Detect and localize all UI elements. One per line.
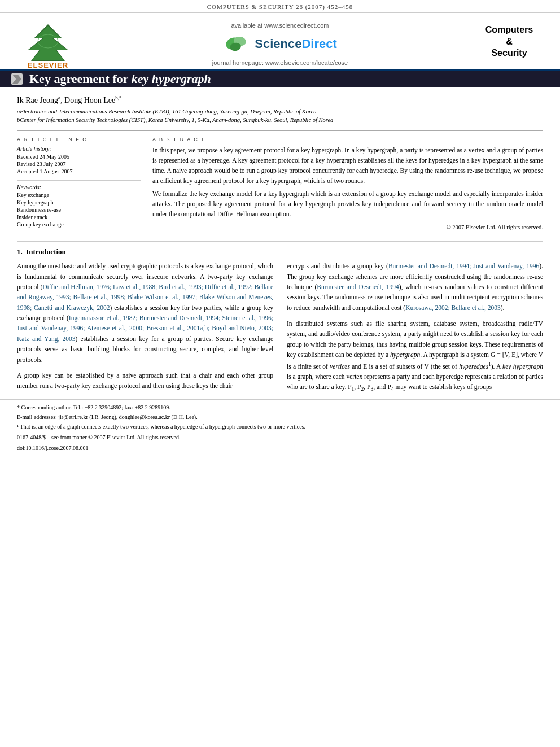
article-info-col: A R T I C L E I N F O Article history: R… <box>17 137 141 232</box>
journal-citation-bar: COMPUTERS & SECURITY 26 (2007) 452–458 <box>0 0 560 13</box>
issn-row: 0167-4048/$ – see front matter © 2007 El… <box>17 433 543 442</box>
elsevier-tree-icon <box>17 21 79 61</box>
journal-citation: COMPUTERS & SECURITY 26 (2007) 452–458 <box>207 3 353 10</box>
revised-row: Revised 23 July 2007 <box>17 161 141 167</box>
sciencedirect-icon <box>223 36 251 53</box>
section1-title: Introduction <box>26 247 66 256</box>
body-col1-para2: A group key can be established by a naiv… <box>17 370 273 391</box>
elsevier-logo-area: ELSEVIER <box>11 19 90 69</box>
ref-burmester-2[interactable]: Burmester and Desmedt, 1994 <box>317 283 399 290</box>
page: COMPUTERS & SECURITY 26 (2007) 452–458 E… <box>0 0 560 747</box>
article-title: Key agreement for key hypergraph <box>29 72 211 86</box>
sd-leaves-icon <box>223 36 251 54</box>
sciencedirect-text: ScienceDirect <box>255 37 337 51</box>
abstract-para2: We formalize the key exchange model for … <box>152 189 543 219</box>
body-divider <box>17 241 543 242</box>
article-info-abstract: A R T I C L E I N F O Article history: R… <box>17 130 543 232</box>
authors-line: Ik Rae Jeonga, Dong Hoon Leeb,* <box>17 95 543 105</box>
article-info-label: A R T I C L E I N F O <box>17 137 141 142</box>
body-col2-para1: encrypts and distributes a group key (Bu… <box>287 261 543 313</box>
body-two-col: Among the most basic and widely used cry… <box>17 261 543 399</box>
homepage-text: journal homepage: www.elsevier.com/locat… <box>212 59 348 66</box>
ref-kurosawa[interactable]: Kurosawa, 2002; Bellare et al., 2003 <box>405 304 501 311</box>
author-b-sup: b,* <box>115 95 121 101</box>
ref-burmester-1994[interactable]: Burmester and Desmedt, 1994; Just and Va… <box>388 263 539 269</box>
abstract-text: In this paper, we propose a key agreemen… <box>152 146 543 232</box>
body-area: 1. Introduction Among the most basic and… <box>0 241 560 399</box>
affil-a: aElectronics and Telecommunications Rese… <box>17 107 543 116</box>
ref-diffie-hellman[interactable]: Diffie and Hellman, 1976; Law et al., 19… <box>17 283 273 311</box>
author-ik: Ik Rae Jeong <box>17 96 58 104</box>
available-at-text: available at www.sciencedirect.com <box>231 22 329 29</box>
keyword-4: Insider attack <box>17 214 141 220</box>
affiliations: aElectronics and Telecommunications Rese… <box>17 107 543 125</box>
abstract-col: A B S T R A C T In this paper, we propos… <box>152 137 543 232</box>
body-col1-para1: Among the most basic and widely used cry… <box>17 261 273 365</box>
and-text: and <box>377 383 386 390</box>
svg-marker-3 <box>29 26 67 60</box>
accepted-row: Accepted 1 August 2007 <box>17 168 141 174</box>
received-row: Received 24 May 2005 <box>17 154 141 160</box>
computers-security-title: Computers & Security <box>485 24 533 59</box>
content-area: Ik Rae Jeonga, Dong Hoon Leeb,* aElectro… <box>0 87 560 232</box>
journal-header-center: available at www.sciencedirect.com Scien… <box>90 19 470 69</box>
article-icon <box>11 73 23 85</box>
email-addresses: E-mail addresses: jir@etri.re.kr (I.R. J… <box>17 413 543 421</box>
affil-b: bCenter for Information Security Technol… <box>17 116 543 125</box>
keywords-label: Keywords: <box>17 180 141 190</box>
keyword-1: Key exchange <box>17 192 141 198</box>
history-label: Article history: <box>17 146 141 152</box>
corresponding-author: * Corresponding author. Tel.: +82 2 3290… <box>17 403 543 412</box>
abstract-label: A B S T R A C T <box>152 137 543 142</box>
elsevier-logo: ELSEVIER <box>11 19 85 69</box>
ref-ingemarasson[interactable]: Ingemarasson et al., 1982; Burmester and… <box>17 314 273 342</box>
section1-num: 1. <box>17 247 23 256</box>
abstract-para1: In this paper, we propose a key agreemen… <box>152 146 543 186</box>
section1-heading: 1. Introduction <box>17 247 543 256</box>
computers-security-area: Computers & Security <box>470 19 549 69</box>
elsevier-label: ELSEVIER <box>28 61 68 69</box>
keyword-3: Randomness re-use <box>17 207 141 213</box>
copyright-text: © 2007 Elsevier Ltd. All rights reserved… <box>152 223 543 232</box>
body-col-right: encrypts and distributes a group key (Bu… <box>287 261 543 399</box>
author-dong: , Dong Hoon Lee <box>60 96 115 104</box>
keyword-5: Group key exchange <box>17 221 141 228</box>
footnotes-area: * Corresponding author. Tel.: +82 2 3290… <box>0 399 560 452</box>
article-title-bar: Key agreement for key hypergraph <box>0 71 560 87</box>
doi-row: doi:10.1016/j.cose.2007.08.001 <box>17 444 543 452</box>
body-col2-para2: In distributed systems such as file shar… <box>287 318 543 394</box>
body-col-left: Among the most basic and widely used cry… <box>17 261 273 399</box>
journal-header: ELSEVIER available at www.sciencedirect.… <box>0 13 560 71</box>
keyword-2: Key hypergraph <box>17 199 141 206</box>
footnote-1: ¹ That is, an edge of a graph connects e… <box>17 422 543 431</box>
sciencedirect-logo: ScienceDirect <box>223 36 337 53</box>
